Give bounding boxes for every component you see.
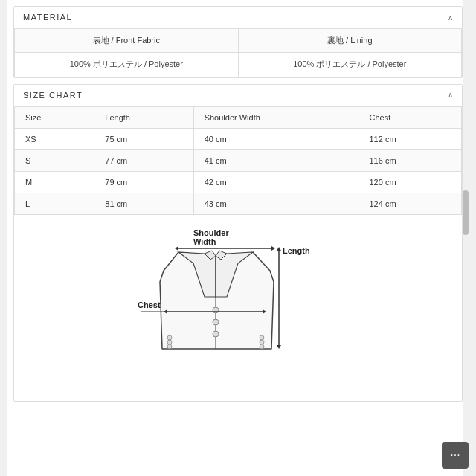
size-diagram: Shoulder Width Length xyxy=(134,222,342,386)
size-row3-col1: 81 cm xyxy=(94,193,193,214)
size-table-body: XS75 cm40 cm112 cmS77 cm41 cm116 cmM79 c… xyxy=(15,128,462,214)
size-chart-header: SIZE CHART ∧ xyxy=(14,85,462,106)
size-row2-col0: M xyxy=(15,171,94,193)
svg-point-15 xyxy=(260,340,264,344)
size-table-header-row: SizeLengthShoulder WidthChest xyxy=(15,106,462,128)
svg-point-12 xyxy=(167,340,172,344)
size-row0-col3: 112 cm xyxy=(358,128,462,149)
size-row2-col3: 120 cm xyxy=(358,171,462,193)
svg-point-11 xyxy=(167,335,172,340)
size-table-row: S77 cm41 cm116 cm xyxy=(15,149,462,171)
material-chevron-icon: ∧ xyxy=(448,13,453,22)
jacket-illustration: Shoulder Width Length xyxy=(134,222,342,386)
chat-icon: ··· xyxy=(450,448,460,462)
size-row3-col3: 124 cm xyxy=(358,193,462,214)
size-row1-col0: S xyxy=(15,149,94,171)
svg-text:Width: Width xyxy=(193,237,216,246)
svg-marker-5 xyxy=(277,247,281,251)
size-row3-col0: L xyxy=(15,193,94,214)
size-diagram-area: Shoulder Width Length xyxy=(14,215,462,401)
size-row0-col1: 75 cm xyxy=(94,128,193,149)
material-section: MATERIAL ∧ 表地 / Front Fabric 裏地 / Lining… xyxy=(13,6,463,78)
svg-marker-2 xyxy=(175,246,178,251)
material-col2-value: 100% ポリエステル / Polyester xyxy=(238,53,462,77)
svg-point-9 xyxy=(213,319,219,325)
svg-point-13 xyxy=(167,344,172,349)
size-col2-header: Shoulder Width xyxy=(193,106,358,128)
size-row0-col2: 40 cm xyxy=(193,128,358,149)
size-table-row: M79 cm42 cm120 cm xyxy=(15,171,462,193)
size-chart-section: SIZE CHART ∧ SizeLengthShoulder WidthChe… xyxy=(13,84,463,402)
svg-marker-3 xyxy=(271,246,275,251)
material-col2-header: 裏地 / Lining xyxy=(238,29,462,53)
size-row2-col1: 79 cm xyxy=(94,171,193,193)
size-table-row: L81 cm43 cm124 cm xyxy=(15,193,462,214)
chat-button[interactable]: ··· xyxy=(442,442,469,469)
svg-point-8 xyxy=(213,307,219,313)
size-row1-col1: 77 cm xyxy=(94,149,193,171)
size-table-row: XS75 cm40 cm112 cm xyxy=(15,128,462,149)
material-title: MATERIAL xyxy=(23,13,72,22)
scrollbar-thumb[interactable] xyxy=(463,190,469,235)
material-header: MATERIAL ∧ xyxy=(14,7,462,28)
scrollbar-track xyxy=(463,0,469,476)
chest-label: Chest xyxy=(138,300,161,309)
size-chart-title: SIZE CHART xyxy=(23,91,83,100)
size-row1-col2: 41 cm xyxy=(193,149,358,171)
length-label: Length xyxy=(283,246,310,255)
material-table: 表地 / Front Fabric 裏地 / Lining 100% ポリエステ… xyxy=(14,28,462,77)
material-col1-header: 表地 / Front Fabric xyxy=(15,29,239,53)
size-chart-chevron-icon: ∧ xyxy=(448,91,453,99)
svg-point-16 xyxy=(260,344,264,349)
size-col3-header: Chest xyxy=(358,106,462,128)
svg-point-10 xyxy=(213,331,219,337)
size-row1-col3: 116 cm xyxy=(358,149,462,171)
size-row2-col2: 42 cm xyxy=(193,171,358,193)
size-col0-header: Size xyxy=(15,106,94,128)
size-row3-col2: 43 cm xyxy=(193,193,358,214)
page-container: MATERIAL ∧ 表地 / Front Fabric 裏地 / Lining… xyxy=(7,0,469,476)
shoulder-width-label: Shoulder xyxy=(193,228,229,237)
size-col1-header: Length xyxy=(94,106,193,128)
size-row0-col0: XS xyxy=(15,128,94,149)
svg-marker-6 xyxy=(277,345,281,349)
material-col1-value: 100% ポリエステル / Polyester xyxy=(15,53,239,77)
size-table: SizeLengthShoulder WidthChest XS75 cm40 … xyxy=(14,106,462,215)
svg-point-14 xyxy=(260,335,264,340)
